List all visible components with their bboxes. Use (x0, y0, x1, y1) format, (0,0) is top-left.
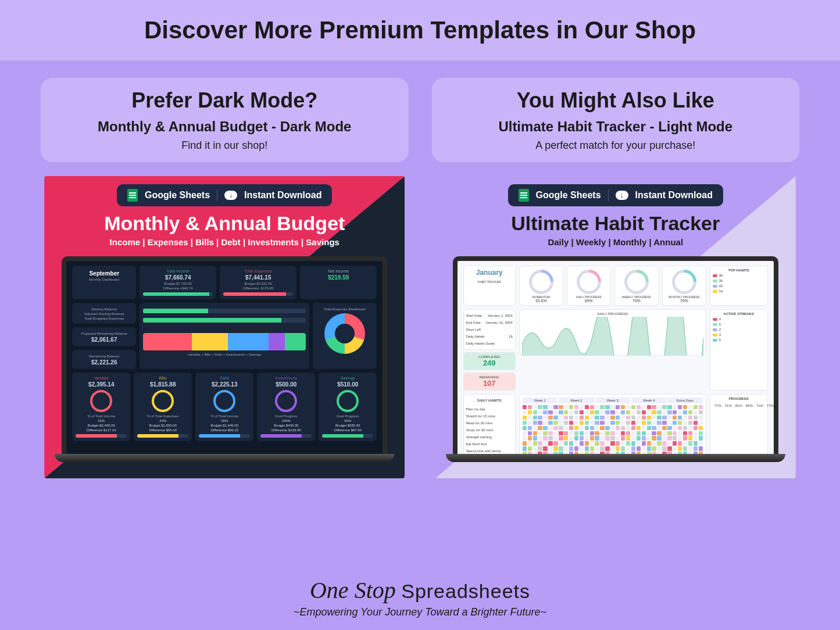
dash-stack: Variable + Bills + Debt + Investments + … (140, 303, 309, 369)
banner-title: Discover More Premium Templates in Our S… (0, 16, 840, 44)
product-mock-budget: Google Sheets Instant Download Monthly &… (44, 176, 405, 478)
mock-title: Ultimate Habit Tracker (435, 212, 796, 235)
active-streaks: ACTIVE STREAKS 4 6 2 3 5 (710, 309, 768, 391)
footer: One Stop Spreadsheets ~Empowering Your J… (0, 577, 840, 618)
tracker-info: Start Date January 1, 2024End Date Janua… (463, 309, 516, 350)
ring-momentum: MOMENTUM 35.8% (519, 266, 563, 306)
tracker-month: January HABIT TRACKER (463, 266, 516, 306)
laptop-mock: September Monthly Dashboard Total Income… (62, 256, 387, 462)
daily-progress-chart: DAILY PROGRESS (519, 309, 706, 356)
download-icon (224, 191, 237, 200)
dash-projected: Projected Remaining Balance $2,061.67 (72, 327, 136, 346)
top-banner: Discover More Premium Templates in Our S… (0, 0, 840, 60)
google-sheets-icon (519, 189, 529, 202)
habit-labels: DAILY HABITS Plan my dayStretch for 15 m… (463, 394, 516, 454)
card-head-note: A perfect match for your purchase! (449, 139, 782, 152)
product-mock-habit: Google Sheets Instant Download Ultimate … (435, 176, 796, 478)
pill-text-right: Instant Download (244, 190, 321, 201)
dash-breakdown: Total Expenses Breakdown (313, 303, 377, 369)
google-sheets-icon (127, 189, 138, 202)
dash-net-income: Net Income $219.59 (300, 266, 377, 299)
dash-starting: Starting Balance Adjusted Starting Balan… (72, 303, 136, 324)
completed-box: COMPLETED 249 (463, 352, 516, 370)
card-head-note: Find it in our shop! (58, 139, 391, 152)
card-head-left: Prefer Dark Mode? Monthly & Annual Budge… (41, 78, 409, 162)
dash-cat: Bills$1,815.88% of Total Expenses24%Budg… (134, 373, 192, 441)
card-head-sub: Monthly & Annual Budget - Dark Mode (58, 119, 391, 135)
dash-cat: Variable$2,395.14% of Total Income31%Bud… (72, 373, 130, 441)
card-head-right: You Might Also Like Ultimate Habit Track… (432, 78, 800, 162)
card-dark-mode: Prefer Dark Mode? Monthly & Annual Budge… (41, 78, 409, 478)
dash-cat: Savings$510.00Goal Progress92%Budget $68… (319, 373, 377, 441)
pill-text-left: Google Sheets (145, 190, 210, 201)
pill-text-right: Instant Download (635, 190, 713, 201)
product-pill: Google Sheets Instant Download (117, 184, 332, 206)
mock-title: Monthly & Annual Budget (44, 212, 405, 235)
dash-cat: Investments$500.00Goal Progress100%Budge… (257, 373, 315, 441)
dash-remaining: Remaining Balance $2,221.26 (72, 350, 136, 369)
dash-total-expenses: Total Expenses $7,441.15 Budget $7,621.0… (220, 266, 296, 299)
mock-sub: Income | Expenses | Bills | Debt | Inves… (44, 237, 405, 247)
remaining-box: REMAINING 107 (463, 373, 516, 391)
ring-monthly: MONTHLY PROGRESS 70% (662, 266, 706, 306)
product-pill: Google Sheets Instant Download (508, 184, 723, 206)
top-habits: TOP HABITS 30 26 22 19 (710, 266, 768, 306)
brand: One Stop Spreadsheets (0, 577, 840, 604)
download-icon (616, 191, 628, 200)
mock-sub: Daily | Weekly | Monthly | Annual (435, 237, 796, 247)
cards-row: Prefer Dark Mode? Monthly & Annual Budge… (0, 60, 840, 478)
card-head-sub: Ultimate Habit Tracker - Light Mode (449, 119, 782, 135)
laptop-mock: January HABIT TRACKER MOMENTUM 35.8% DAI… (453, 256, 778, 462)
progress-bars: PROGRESS 77%71%81%84%71%77%65%58%45%52%7… (710, 394, 768, 454)
card-head-title: You Might Also Like (449, 88, 782, 113)
dash-total-income: Total Income $7,660.74 Budget $7,700.00 … (140, 266, 216, 299)
dash-cat: Debt$2,225.13% of Total Income29%Budget … (195, 373, 253, 441)
habit-heatmap: Week 1Week 2Week 3Week 4Extra Days (519, 394, 706, 454)
pill-text-left: Google Sheets (536, 190, 601, 201)
ring-daily: DAILY PROGRESS 89% (567, 266, 611, 306)
tagline: ~Empowering Your Journey Toward a Bright… (0, 606, 840, 618)
card-head-title: Prefer Dark Mode? (58, 88, 391, 113)
ring-weekly: WEEKLY PROGRESS 70% (614, 266, 659, 306)
dash-month: September Monthly Dashboard (72, 266, 136, 299)
card-habit-tracker: You Might Also Like Ultimate Habit Track… (432, 78, 800, 478)
